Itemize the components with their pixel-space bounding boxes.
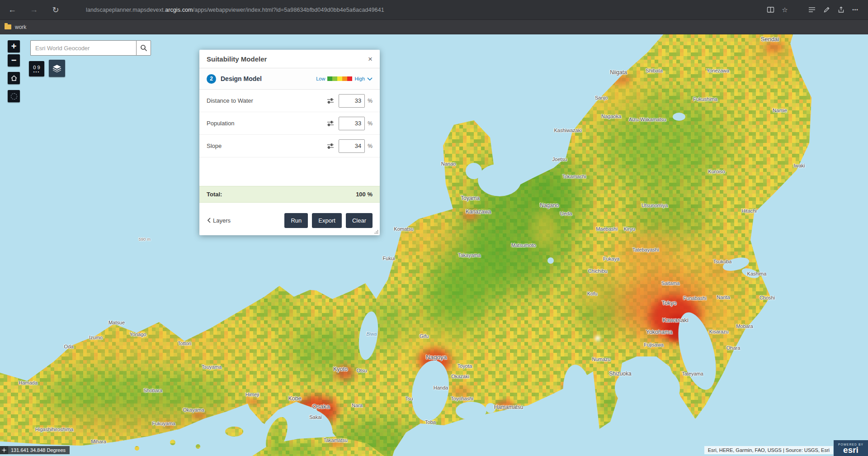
extent-dots: ••• [33, 70, 40, 73]
share-button[interactable] [834, 3, 848, 17]
hub-icon [808, 7, 816, 13]
step-number-badge: 2 [207, 74, 216, 84]
home-extent-button[interactable] [8, 72, 20, 84]
legend-high-label: High [354, 76, 365, 81]
map-attribution: Esri, HERE, Garmin, FAO, USGS | Source: … [704, 446, 833, 454]
factor-row: Population % [199, 112, 380, 135]
esri-logo: POWERED BY esri [834, 440, 868, 456]
total-value: 100 % [356, 191, 373, 198]
suitability-modeler-panel: Suitability Modeler × 2 Design Model Low… [199, 50, 380, 235]
search-input[interactable] [30, 40, 136, 56]
crosshair-icon [0, 446, 8, 454]
favorites-folder-label[interactable]: work [15, 24, 26, 30]
factor-unit: % [368, 98, 373, 104]
more-icon: ••• [852, 7, 859, 12]
back-icon: ← [8, 5, 16, 14]
refresh-icon: ↻ [52, 5, 59, 15]
resize-handle[interactable] [374, 230, 378, 234]
share-icon [838, 6, 844, 13]
factor-weight-input[interactable] [339, 94, 365, 108]
minus-icon: − [11, 55, 17, 66]
coordinates-text: 131.641 34.848 Degrees [8, 447, 70, 453]
layers-link-label: Layers [213, 217, 231, 224]
star-icon: ☆ [782, 6, 788, 14]
basemap-layers-button[interactable] [49, 60, 65, 77]
dialog-title: Suitability Modeler [207, 55, 267, 63]
total-row: Total: 100 % [199, 186, 380, 203]
factor-row: Distance to Water % [199, 90, 380, 112]
factor-weight-input[interactable] [339, 139, 365, 153]
plus-icon: + [11, 41, 17, 52]
back-button[interactable]: ← [5, 3, 19, 17]
legend-color-ramp [327, 76, 352, 81]
more-button[interactable]: ••• [848, 3, 863, 17]
legend: Low High [316, 76, 373, 81]
factor-label: Distance to Water [207, 97, 253, 104]
zoom-in-button[interactable]: + [8, 40, 20, 52]
chevron-down-icon[interactable] [367, 77, 373, 81]
home-icon [10, 75, 18, 81]
dashed-circle-icon [11, 93, 17, 100]
suitability-raster-map [0, 34, 868, 456]
coordinates-display[interactable]: 131.641 34.848 Degrees [0, 446, 70, 454]
favorites-bar: work [0, 20, 868, 34]
folder-icon [5, 24, 11, 29]
factor-label: Population [207, 120, 234, 127]
search-button[interactable] [136, 40, 151, 56]
step-header: 2 Design Model Low High [199, 68, 380, 90]
dialog-header[interactable]: Suitability Modeler × [199, 50, 380, 68]
factor-unit: % [368, 143, 373, 149]
pen-icon [823, 6, 830, 13]
refresh-button[interactable]: ↻ [49, 3, 62, 17]
clear-button[interactable]: Clear [346, 213, 373, 228]
close-icon[interactable]: × [368, 55, 373, 63]
zoom-out-button[interactable]: − [8, 54, 20, 66]
sliders-icon[interactable] [327, 143, 334, 149]
dialog-footer: Layers Run Export Clear [199, 203, 380, 235]
sliders-icon[interactable] [327, 98, 334, 104]
factor-label: Slope [207, 142, 222, 149]
extent-label: 0 9 [33, 65, 40, 70]
reading-view-icon [767, 6, 774, 13]
step-label: Design Model [221, 75, 262, 82]
factor-row: Slope % [199, 135, 380, 157]
search-icon [140, 44, 147, 52]
web-note-button[interactable] [819, 3, 834, 17]
favorite-star-button[interactable]: ☆ [778, 3, 792, 17]
geocoder-search [30, 40, 151, 56]
address-bar[interactable]: landscapeplanner.mapsdevext.arcgis.com/a… [86, 7, 384, 13]
export-button[interactable]: Export [312, 213, 342, 228]
map-viewport[interactable]: SendaiNiigataToyamaKanazawaNaganoTokyoKa… [0, 34, 868, 456]
browser-toolbar: ← → ↻ landscapeplanner.mapsdevext.arcgis… [0, 0, 868, 20]
esri-brand-text: esri [843, 446, 859, 454]
run-button[interactable]: Run [284, 213, 308, 228]
url-path: /apps/webappviewer/index.html?id=5a98634… [193, 7, 384, 13]
hub-button[interactable] [805, 3, 819, 17]
layers-icon [52, 64, 61, 72]
locate-button[interactable] [8, 90, 20, 102]
sliders-icon[interactable] [327, 120, 334, 127]
extent-navigate-button[interactable]: 0 9 ••• [29, 61, 44, 76]
legend-low-label: Low [316, 76, 325, 81]
factor-weight-input[interactable] [339, 117, 365, 130]
browser-window: ← → ↻ landscapeplanner.mapsdevext.arcgis… [0, 0, 868, 456]
layers-back-link[interactable]: Layers [208, 217, 231, 224]
url-subdomain: landscapeplanner.mapsdevext. [86, 7, 165, 13]
reading-view-button[interactable] [763, 3, 778, 17]
chevron-left-icon [208, 218, 211, 223]
url-host: arcgis.com [165, 7, 193, 13]
total-label: Total: [207, 191, 222, 198]
forward-button[interactable]: → [27, 3, 41, 17]
factor-unit: % [368, 120, 373, 127]
forward-icon: → [30, 5, 38, 14]
